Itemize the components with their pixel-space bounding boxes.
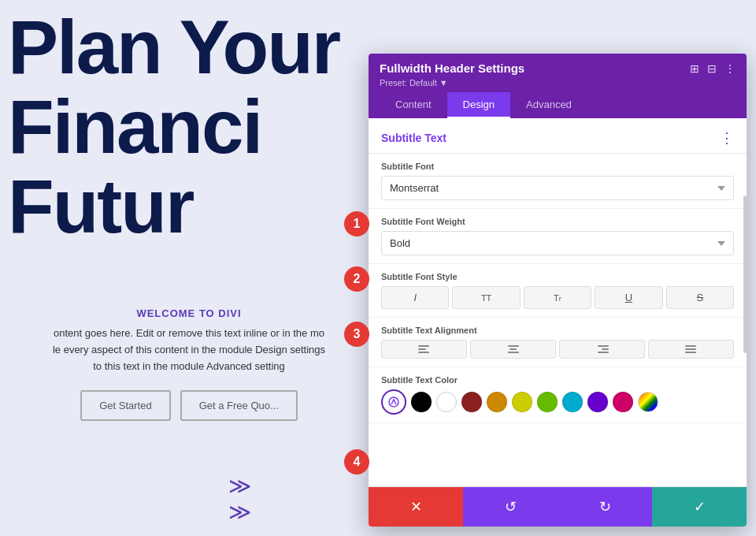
- get-started-button[interactable]: Get Started: [80, 390, 170, 421]
- font-label: Subtitle Font: [381, 162, 734, 171]
- panel-header: Fullwidth Header Settings ⊞ ⊟ ⋮ Preset: …: [369, 54, 747, 118]
- align-left-button[interactable]: [381, 340, 467, 359]
- color-picker-button[interactable]: [381, 389, 406, 415]
- color-amber[interactable]: [487, 392, 507, 412]
- preset-row[interactable]: Preset: Default ▼: [380, 78, 736, 87]
- cta-button-group: Get Started Get a Free Quo...: [8, 390, 370, 421]
- color-white[interactable]: [436, 392, 457, 412]
- expand-icon[interactable]: ⊞: [690, 62, 699, 75]
- color-yellow[interactable]: [512, 392, 532, 412]
- step-badge-2: 2: [344, 266, 369, 292]
- uppercase-button[interactable]: TT: [452, 286, 520, 309]
- weight-field-group: Subtitle Font Weight Bold: [369, 209, 747, 264]
- panel-title: Fullwidth Header Settings: [380, 61, 524, 75]
- save-button[interactable]: ✓: [652, 487, 747, 527]
- redo-button[interactable]: ↻: [558, 487, 652, 527]
- color-cyan[interactable]: [562, 392, 583, 412]
- weight-label: Subtitle Font Weight: [381, 217, 734, 226]
- style-field-group: Subtitle Font Style I TT Tr U S: [369, 264, 747, 318]
- section-more-icon[interactable]: ⋮: [720, 129, 734, 147]
- alignment-field-group: Subtitle Text Alignment: [369, 318, 747, 367]
- step-badge-4: 4: [344, 449, 369, 475]
- align-right-button[interactable]: [559, 340, 645, 359]
- panel-footer: ✕ ↺ ↻ ✓: [369, 486, 747, 527]
- tab-advanced[interactable]: Advanced: [510, 92, 587, 118]
- strikethrough-button[interactable]: S: [666, 286, 734, 309]
- weight-select[interactable]: Bold: [381, 231, 734, 255]
- scroll-down-icon: ≫≫: [228, 473, 251, 525]
- welcome-text: Welcome to Divi: [8, 307, 370, 319]
- step-badge-3: 3: [344, 322, 369, 347]
- color-darkred[interactable]: [461, 392, 482, 412]
- color-black[interactable]: [411, 392, 432, 412]
- body-text: ontent goes here. Edit or remove this te…: [8, 326, 370, 374]
- style-label: Subtitle Font Style: [381, 272, 734, 281]
- capitalize-button[interactable]: Tr: [524, 286, 591, 309]
- section-title: Subtitle Text: [381, 132, 447, 144]
- cancel-button[interactable]: ✕: [369, 487, 463, 527]
- color-purple[interactable]: [587, 392, 608, 412]
- step-badge-1: 1: [344, 211, 369, 236]
- subtitle-area: Welcome to Divi ontent goes here. Edit o…: [8, 307, 370, 445]
- color-field-group: Subtitle Text Color: [369, 367, 747, 423]
- font-select[interactable]: Montserrat: [381, 176, 734, 200]
- alignment-label: Subtitle Text Alignment: [381, 326, 734, 335]
- color-pink[interactable]: [613, 392, 633, 412]
- alignment-buttons: [381, 340, 734, 359]
- panel-tabs: Content Design Advanced: [380, 92, 736, 118]
- underline-button[interactable]: U: [595, 286, 662, 309]
- grid-icon[interactable]: ⊟: [707, 62, 717, 75]
- color-swatches: [381, 389, 734, 415]
- align-justify-button[interactable]: [648, 340, 734, 359]
- tab-content[interactable]: Content: [380, 92, 447, 118]
- align-center-button[interactable]: [470, 340, 556, 359]
- hero-headline: Plan Your Financi Futur: [8, 8, 339, 246]
- more-icon[interactable]: ⋮: [724, 62, 736, 75]
- italic-button[interactable]: I: [381, 286, 449, 309]
- free-quote-button[interactable]: Get a Free Quo...: [180, 390, 298, 421]
- font-field-group: Subtitle Font Montserrat: [369, 154, 747, 209]
- color-label: Subtitle Text Color: [381, 375, 734, 385]
- section-header: Subtitle Text ⋮: [369, 118, 747, 154]
- panel-header-icons: ⊞ ⊟ ⋮: [690, 62, 736, 75]
- color-gradient[interactable]: [638, 392, 658, 412]
- scroll-indicator: [743, 195, 747, 353]
- style-buttons: I TT Tr U S: [381, 286, 734, 309]
- panel-body: Subtitle Text ⋮ Subtitle Font Montserrat…: [369, 118, 747, 486]
- undo-button[interactable]: ↺: [463, 487, 558, 527]
- tab-design[interactable]: Design: [447, 92, 510, 118]
- settings-panel: Fullwidth Header Settings ⊞ ⊟ ⋮ Preset: …: [369, 54, 747, 527]
- color-green[interactable]: [537, 392, 558, 412]
